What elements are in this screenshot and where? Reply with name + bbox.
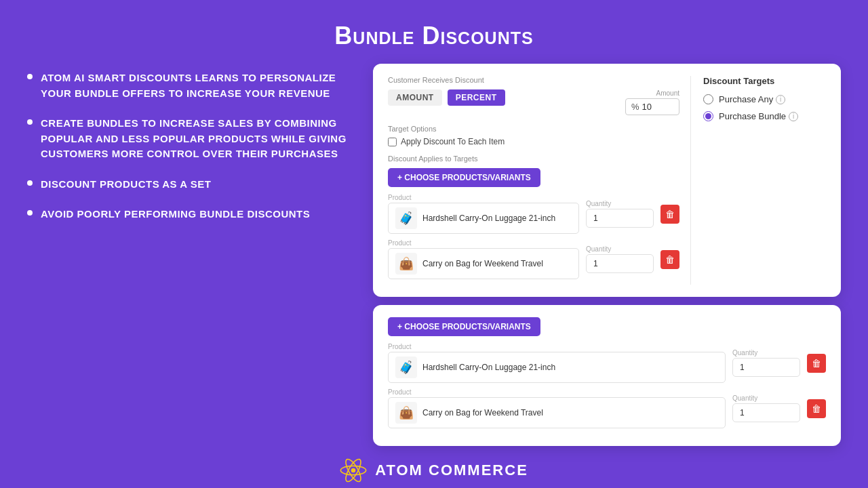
bottom-product-icon-1: 🧳 [395,357,417,378]
qty-label-1: Quantity [586,200,654,207]
apply-discount-checkbox[interactable] [388,138,397,146]
bullet-dot [27,210,33,216]
percent-symbol: % [631,102,639,112]
bullet-text: AVOID POORLY PERFORMING BUNDLE DISCOUNTS [41,207,310,222]
brand-name: ATOM COMMERCE [375,462,528,479]
product-field-1: 🧳 Hardshell Carry-On Luggage 21-inch [388,203,579,234]
choose-products-button-bottom[interactable]: + CHOOSE PRODUCTS/VARIANTS [388,317,540,336]
amount-input[interactable] [642,102,669,112]
bottom-product-label-1: Product [388,343,726,350]
bottom-qty-wrap-2: Quantity 1 [732,394,800,422]
bullet-dot [27,74,33,79]
left-panel: ATOM AI SMART DISCOUNTS LEARNS TO PERSON… [27,64,353,446]
bottom-product-field-2: 👜 Carry on Bag for Weekend Travel [388,397,726,428]
bullet-dot [27,119,33,125]
bottom-qty-value-1: 1 [740,363,745,372]
product-row-2: Product 👜 Carry on Bag for Weekend Trave… [388,239,679,279]
bullet-text: DISCOUNT PRODUCTS AS A SET [41,177,211,192]
bottom-product-field-1: 🧳 Hardshell Carry-On Luggage 21-inch [388,352,726,383]
amount-input-wrap: % [625,98,679,115]
purchase-any-info-icon[interactable]: i [776,95,785,104]
bottom-qty-field-2: 1 [732,403,800,422]
bottom-card: + CHOOSE PRODUCTS/VARIANTS Product 🧳 Har… [373,305,841,446]
bottom-product-name-1: Hardshell Carry-On Luggage 21-inch [422,363,555,372]
purchase-bundle-label: Purchase Bundle i [719,111,798,121]
bottom-product-row-2: Product 👜 Carry on Bag for Weekend Trave… [388,388,826,428]
bottom-qty-label-1: Quantity [732,349,800,357]
bottom-qty-field-1: 1 [732,358,800,377]
discount-targets-panel: Discount Targets Purchase Any i Purchase… [690,76,826,285]
delete-product-1[interactable]: 🗑 [660,205,679,224]
qty-value-2: 1 [593,259,598,268]
qty-value-1: 1 [593,214,598,223]
svg-point-3 [351,468,356,473]
qty-label-2: Quantity [586,245,654,253]
delete-product-2[interactable]: 🗑 [660,250,679,269]
amount-tab[interactable]: AMOUNT [388,89,442,106]
apply-discount-label: Apply Discount To Each Item [401,137,505,146]
qty-field-2: 1 [586,254,654,273]
qty-field-1: 1 [586,209,654,228]
bottom-product-field-wrap-1: Product 🧳 Hardshell Carry-On Luggage 21-… [388,343,726,383]
product-row-1: Product 🧳 Hardshell Carry-On Luggage 21-… [388,194,679,234]
list-item: AVOID POORLY PERFORMING BUNDLE DISCOUNTS [27,207,353,222]
bottom-product-row-1: Product 🧳 Hardshell Carry-On Luggage 21-… [388,343,826,383]
bullet-list: ATOM AI SMART DISCOUNTS LEARNS TO PERSON… [27,70,353,237]
discount-targets-title: Discount Targets [703,76,826,86]
top-card-left: Customer Receives Discount AMOUNT PERCEN… [388,76,679,285]
purchase-bundle-row: Purchase Bundle i [703,111,826,121]
bottom-delete-product-2[interactable]: 🗑 [807,399,826,418]
purchase-any-label: Purchase Any i [719,94,785,104]
bottom-product-icon-2: 👜 [395,402,417,424]
product-name-2: Carry on Bag for Weekend Travel [422,259,543,268]
purchase-any-row: Purchase Any i [703,94,826,104]
footer: ATOM COMMERCE [340,446,528,488]
target-options-label: Target Options [388,125,679,133]
bottom-qty-label-2: Quantity [732,394,800,402]
discount-applies-label: Discount Applies to Targets [388,155,679,163]
bottom-qty-value-2: 1 [740,408,745,418]
bottom-product-field-wrap-2: Product 👜 Carry on Bag for Weekend Trave… [388,388,726,428]
atom-logo-icon [340,457,367,484]
right-panel: Customer Receives Discount AMOUNT PERCEN… [373,64,841,446]
apply-discount-row: Apply Discount To Each Item [388,137,679,146]
list-item: ATOM AI SMART DISCOUNTS LEARNS TO PERSON… [27,70,353,101]
bullet-dot [27,180,33,186]
purchase-any-radio[interactable] [703,94,713,104]
bottom-delete-product-1[interactable]: 🗑 [807,354,826,373]
discount-controls: AMOUNT PERCENT [388,89,505,106]
choose-products-button-top[interactable]: + CHOOSE PRODUCTS/VARIANTS [388,168,540,187]
product-field-wrap-1: Product 🧳 Hardshell Carry-On Luggage 21-… [388,194,579,234]
percent-tab[interactable]: PERCENT [448,89,505,106]
bullet-text: CREATE BUNDLES TO INCREASE SALES BY COMB… [41,116,353,162]
bottom-product-name-2: Carry on Bag for Weekend Travel [422,408,543,418]
list-item: CREATE BUNDLES TO INCREASE SALES BY COMB… [27,116,353,162]
bottom-product-label-2: Product [388,388,726,396]
purchase-bundle-info-icon[interactable]: i [789,112,798,121]
product-icon-1: 🧳 [395,207,417,229]
customer-receives-label: Customer Receives Discount [388,76,679,84]
product-label-1: Product [388,194,579,201]
bullet-text: ATOM AI SMART DISCOUNTS LEARNS TO PERSON… [41,70,353,101]
qty-wrap-2: Quantity 1 [586,245,654,273]
bottom-qty-wrap-1: Quantity 1 [732,349,800,377]
product-label-2: Product [388,239,579,247]
page-title: Bundle Discounts [334,22,533,50]
product-name-1: Hardshell Carry-On Luggage 21-inch [422,214,555,223]
list-item: DISCOUNT PRODUCTS AS A SET [27,177,353,192]
qty-wrap-1: Quantity 1 [586,200,654,228]
product-field-wrap-2: Product 👜 Carry on Bag for Weekend Trave… [388,239,579,279]
product-icon-2: 👜 [395,253,417,274]
product-field-2: 👜 Carry on Bag for Weekend Travel [388,248,579,279]
top-card: Customer Receives Discount AMOUNT PERCEN… [373,64,841,297]
purchase-bundle-radio[interactable] [703,111,713,121]
amount-label: Amount [656,89,679,97]
